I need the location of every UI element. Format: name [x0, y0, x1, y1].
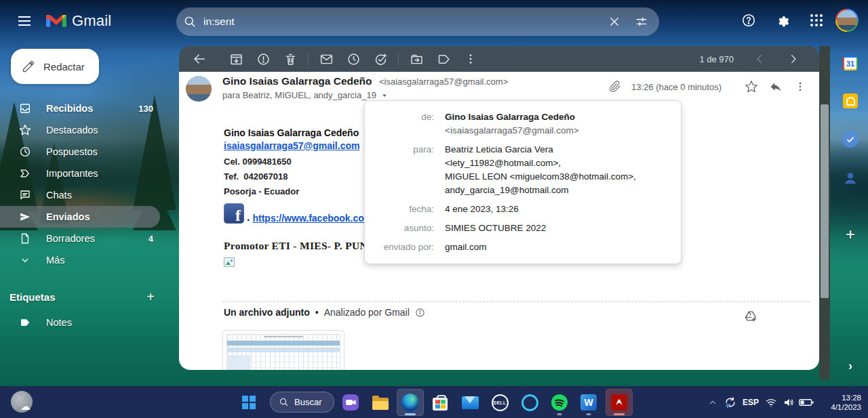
- dell-icon[interactable]: DELL: [486, 389, 513, 416]
- search-icon: [279, 397, 289, 407]
- wifi-icon[interactable]: [762, 389, 780, 416]
- google-apps-grid-icon[interactable]: [802, 5, 831, 35]
- search-icon[interactable]: [176, 8, 203, 35]
- add-to-tasks-icon[interactable]: [367, 47, 394, 70]
- mail-app-icon[interactable]: [456, 389, 484, 416]
- collapse-side-panel-icon[interactable]: ›: [848, 359, 852, 373]
- report-spam-icon[interactable]: [250, 47, 277, 70]
- info-icon[interactable]: [415, 308, 425, 318]
- details-label: para:: [365, 143, 445, 197]
- sidebar-item-chats[interactable]: Chats: [0, 184, 168, 206]
- teams-chat-icon[interactable]: [337, 389, 364, 416]
- sender-avatar[interactable]: [186, 76, 212, 102]
- clock-datetime[interactable]: 13:28 4/1/2023: [818, 393, 861, 412]
- details-label: de:: [365, 110, 445, 138]
- signature-location: Posorja - Ecuador: [224, 186, 375, 196]
- sidebar-item-pospuestos[interactable]: Pospuestos: [0, 141, 168, 163]
- archive-icon[interactable]: [222, 47, 250, 70]
- signature-email-link[interactable]: isaiasgalarraga57@gmail.com: [224, 140, 359, 151]
- recipients-line[interactable]: para Beatriz, MIGUEL, andy_garcia_19: [222, 90, 389, 100]
- label-name: Notes: [46, 317, 72, 328]
- newer-chevron-icon: [746, 47, 773, 70]
- details-label: fecha:: [365, 203, 445, 216]
- weather-widget-icon[interactable]: ☁: [11, 391, 33, 413]
- main-menu-icon[interactable]: [8, 5, 41, 37]
- pagination-text: 1 de 970: [699, 54, 734, 64]
- message-timestamp: 13:26 (hace 0 minutos): [631, 82, 722, 92]
- move-to-icon[interactable]: [403, 47, 430, 70]
- start-button[interactable]: [235, 389, 262, 416]
- sidebar-item-borradores[interactable]: Borradores 4: [0, 228, 168, 249]
- toolbar-divider: [308, 52, 309, 66]
- gmail-header: Gmail in:sent: [0, 0, 868, 42]
- attachment-thumbnail[interactable]: [222, 330, 344, 370]
- help-icon[interactable]: [734, 5, 764, 35]
- tasks-icon[interactable]: [842, 131, 859, 148]
- reply-icon[interactable]: [764, 75, 788, 99]
- pencil-icon: [22, 60, 35, 73]
- back-arrow-icon[interactable]: [186, 47, 213, 70]
- show-details-caret-icon[interactable]: [380, 91, 389, 100]
- sidebar-item-destacados[interactable]: Destacados: [0, 119, 168, 141]
- compose-button[interactable]: Redactar: [11, 49, 99, 84]
- volume-icon[interactable]: [780, 389, 797, 416]
- toolbar-divider: [398, 52, 399, 66]
- snooze-icon[interactable]: [340, 47, 367, 70]
- alexa-icon[interactable]: [516, 389, 543, 416]
- scrollbar-thumb[interactable]: [821, 104, 829, 298]
- labels-list: Notes: [0, 312, 168, 333]
- search-options-icon[interactable]: [628, 8, 655, 35]
- search-label: Buscar: [294, 397, 321, 407]
- tray-chevron-up-icon[interactable]: [704, 389, 722, 416]
- battery-icon[interactable]: [797, 389, 815, 416]
- clock-icon: [19, 146, 31, 158]
- create-label-icon[interactable]: +: [146, 289, 155, 305]
- compose-label: Redactar: [43, 61, 85, 72]
- acrobat-icon[interactable]: [606, 389, 633, 416]
- sidebar-item-importantes[interactable]: Importantes: [0, 163, 168, 184]
- message-header-actions: 13:26 (hace 0 minutos): [603, 75, 812, 99]
- sidebar-item-mas[interactable]: Más: [0, 249, 168, 271]
- calendar-icon[interactable]: 31: [843, 56, 858, 70]
- add-all-to-drive-icon[interactable]: [739, 305, 762, 328]
- search-bar[interactable]: in:sent: [176, 7, 659, 36]
- sidebar-item-recibidos[interactable]: Recibidos 130: [0, 98, 168, 119]
- label-icon[interactable]: [430, 47, 457, 70]
- keep-icon[interactable]: [843, 93, 858, 108]
- word-icon[interactable]: W: [575, 389, 602, 416]
- file-explorer-icon[interactable]: [367, 389, 394, 416]
- details-recipient: MIGUEL LEON <miguelcom38@hotmail.com>,: [445, 170, 636, 184]
- language-indicator[interactable]: ESP: [739, 398, 762, 407]
- clear-search-icon[interactable]: [601, 8, 628, 35]
- scrollbar-track[interactable]: [819, 46, 830, 379]
- spotify-icon[interactable]: [546, 389, 573, 416]
- inbox-icon: [19, 102, 31, 114]
- signature-tel: Tef. 042067018: [224, 171, 375, 182]
- facebook-link[interactable]: https://www.facebook.com/: [252, 213, 375, 224]
- header-actions: [734, 5, 859, 35]
- unread-count: 130: [138, 104, 153, 114]
- account-avatar[interactable]: [835, 9, 859, 32]
- older-chevron-icon[interactable]: [780, 47, 807, 70]
- search-input[interactable]: in:sent: [203, 16, 601, 28]
- more-options-icon[interactable]: [457, 47, 484, 70]
- sync-update-icon[interactable]: [722, 389, 739, 416]
- details-recipient: Beatriz Leticia Garcia Vera: [445, 143, 636, 156]
- mark-unread-icon[interactable]: [313, 47, 340, 70]
- delete-trash-icon[interactable]: [277, 47, 304, 70]
- get-addons-icon[interactable]: +: [846, 225, 855, 244]
- edge-browser-icon[interactable]: [397, 389, 424, 416]
- facebook-icon[interactable]: f: [224, 203, 244, 224]
- settings-gear-icon[interactable]: [768, 5, 797, 35]
- message-more-icon[interactable]: [788, 75, 812, 99]
- sidebar-label-notes[interactable]: Notes: [0, 312, 168, 333]
- microsoft-store-icon[interactable]: [427, 389, 454, 416]
- signature-role: Promotor ETI - MIES- P. PUNA: [224, 240, 375, 252]
- contacts-icon[interactable]: [842, 169, 859, 187]
- sidebar-nav: Recibidos 130 Destacados Pospuestos Impo…: [0, 98, 168, 271]
- signature-cel: Cel. 0999481650: [224, 156, 375, 167]
- taskbar-search[interactable]: Buscar: [270, 392, 334, 413]
- tray-date: 4/1/2023: [818, 402, 861, 412]
- star-message-icon[interactable]: [739, 75, 764, 99]
- sidebar-item-enviados[interactable]: Enviados: [0, 206, 160, 228]
